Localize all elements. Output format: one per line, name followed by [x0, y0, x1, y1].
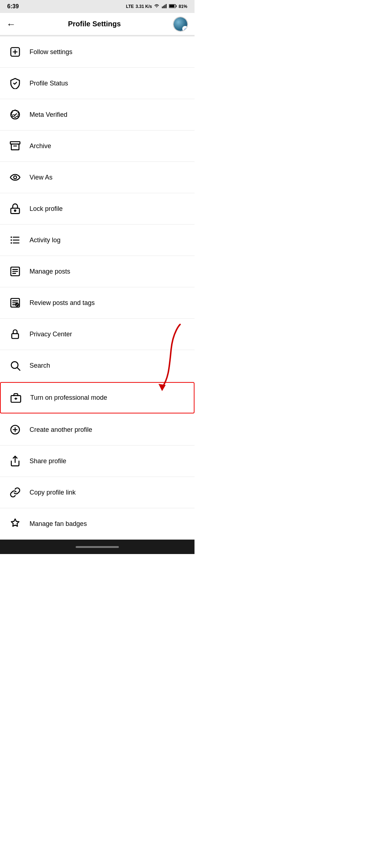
- follow-settings-label: Follow settings: [30, 48, 72, 56]
- svg-line-33: [17, 368, 20, 370]
- svg-point-21: [10, 242, 12, 244]
- menu-item-lock-profile[interactable]: Lock profile: [0, 193, 194, 225]
- review-posts-icon: [7, 295, 23, 311]
- lte-icon: LTE: [126, 4, 134, 9]
- svg-point-20: [10, 239, 12, 241]
- home-bar: [76, 546, 119, 548]
- view-as-icon: [7, 169, 23, 185]
- menu-item-fan-badges[interactable]: Manage fan badges: [0, 508, 194, 540]
- fan-badges-icon: [7, 516, 23, 532]
- menu-item-create-profile[interactable]: Create another profile: [0, 414, 194, 446]
- svg-point-15: [14, 210, 16, 211]
- menu-item-archive[interactable]: Archive: [0, 130, 194, 162]
- menu-item-copy-link[interactable]: Copy profile link: [0, 477, 194, 508]
- signal-icon: [161, 4, 167, 10]
- profile-status-icon: [7, 75, 23, 91]
- svg-point-19: [10, 236, 12, 238]
- review-posts-label: Review posts and tags: [30, 299, 95, 307]
- profile-status-label: Profile Status: [30, 80, 68, 87]
- menu-item-review-posts-tags[interactable]: Review posts and tags: [0, 287, 194, 319]
- professional-mode-label: Turn on professional mode: [30, 394, 107, 402]
- speed-indicator: 3.31 K/s: [136, 4, 152, 9]
- nav-bar: ← Profile Settings ✓: [0, 13, 194, 35]
- svg-point-13: [14, 176, 17, 179]
- search-icon: [7, 358, 23, 373]
- svg-rect-1: [163, 5, 164, 8]
- svg-rect-31: [12, 334, 19, 338]
- create-profile-icon: [7, 422, 23, 438]
- archive-label: Archive: [30, 142, 51, 150]
- home-indicator: [0, 540, 194, 554]
- view-as-label: View As: [30, 174, 53, 181]
- avatar[interactable]: ✓: [173, 17, 188, 32]
- menu-item-meta-verified[interactable]: Meta Verified: [0, 99, 194, 130]
- svg-rect-3: [166, 4, 166, 8]
- manage-posts-icon: [7, 264, 23, 279]
- share-profile-label: Share profile: [30, 457, 66, 465]
- menu-item-privacy-center[interactable]: Privacy Center: [0, 319, 194, 350]
- activity-log-label: Activity log: [30, 236, 61, 244]
- archive-icon: [7, 138, 23, 154]
- menu-item-activity-log[interactable]: Activity log: [0, 225, 194, 256]
- wifi-icon: [154, 4, 160, 10]
- menu-item-search[interactable]: Search: [0, 350, 194, 381]
- privacy-center-icon: [7, 326, 23, 342]
- menu-item-follow-settings[interactable]: Follow settings: [0, 36, 194, 68]
- fan-badges-label: Manage fan badges: [30, 520, 87, 528]
- status-icons: LTE 3.31 K/s 81%: [126, 4, 187, 10]
- svg-rect-2: [165, 5, 165, 8]
- professional-mode-icon: [8, 390, 24, 406]
- create-profile-label: Create another profile: [30, 426, 92, 434]
- copy-link-icon: [7, 484, 23, 500]
- avatar-verified-badge: ✓: [182, 26, 188, 32]
- menu-item-manage-posts[interactable]: Manage posts: [0, 256, 194, 287]
- share-profile-icon: [7, 453, 23, 469]
- battery-percent: 81%: [179, 4, 187, 9]
- page-title: Profile Settings: [68, 20, 121, 28]
- menu-item-professional-mode[interactable]: Turn on professional mode: [0, 382, 194, 413]
- menu-item-view-as[interactable]: View As: [0, 162, 194, 193]
- menu-list: Follow settings Profile Status Meta Veri…: [0, 36, 194, 540]
- svg-rect-11: [10, 142, 20, 144]
- search-label: Search: [30, 362, 50, 369]
- battery-icon: [169, 4, 177, 10]
- svg-rect-5: [176, 5, 176, 7]
- activity-log-icon: [7, 232, 23, 248]
- follow-settings-icon: [7, 44, 23, 60]
- privacy-center-label: Privacy Center: [30, 331, 72, 338]
- meta-verified-label: Meta Verified: [30, 111, 67, 119]
- back-button[interactable]: ←: [6, 19, 16, 29]
- meta-verified-icon: [7, 107, 23, 123]
- status-bar: 6:39 LTE 3.31 K/s 81%: [0, 0, 194, 13]
- svg-rect-0: [162, 6, 163, 8]
- annotation-container: Turn on professional mode: [0, 382, 194, 413]
- lock-profile-icon: [7, 201, 23, 217]
- menu-item-profile-status[interactable]: Profile Status: [0, 68, 194, 99]
- lock-profile-label: Lock profile: [30, 205, 63, 213]
- svg-rect-6: [169, 5, 174, 7]
- menu-item-share-profile[interactable]: Share profile: [0, 446, 194, 477]
- manage-posts-label: Manage posts: [30, 268, 70, 275]
- status-time: 6:39: [7, 3, 19, 10]
- copy-link-label: Copy profile link: [30, 489, 76, 496]
